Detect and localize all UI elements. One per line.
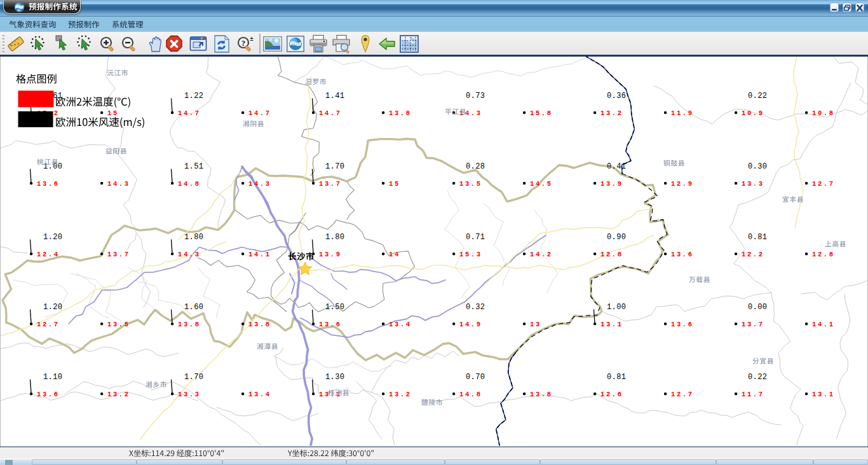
svg-text:0.22: 0.22: [748, 92, 767, 101]
svg-text:12.6: 12.6: [600, 391, 623, 398]
svg-text:13.6: 13.6: [37, 180, 60, 188]
svg-text:14.1: 14.1: [812, 321, 835, 328]
svg-text:14.1: 14.1: [248, 251, 271, 258]
svg-text:13.9: 13.9: [319, 251, 342, 258]
svg-text:15.3: 15.3: [459, 251, 482, 258]
svg-text:?: ?: [241, 38, 246, 48]
svg-text:13.2: 13.2: [389, 391, 412, 398]
svg-text:1.70: 1.70: [325, 162, 344, 171]
svg-text:12.9: 12.9: [671, 180, 694, 188]
svg-text:13.9: 13.9: [600, 180, 623, 188]
svg-text:11.7: 11.7: [742, 391, 764, 398]
svg-text:12.2: 12.2: [742, 251, 764, 258]
svg-text:15: 15: [107, 109, 119, 117]
svg-text:1.30: 1.30: [325, 373, 344, 382]
svg-text:12.7: 12.7: [812, 180, 835, 188]
svg-text:13.1: 13.1: [812, 391, 835, 398]
svg-text:13.2: 13.2: [600, 109, 623, 117]
svg-text:1.20: 1.20: [43, 303, 62, 312]
svg-text:0.70: 0.70: [466, 373, 485, 382]
svg-text:13.6: 13.6: [671, 251, 694, 258]
svg-text:13.4: 13.4: [389, 321, 412, 328]
svg-text:1.00: 1.00: [43, 162, 62, 171]
svg-text:1.22: 1.22: [184, 92, 203, 101]
svg-text:13.6: 13.6: [37, 391, 60, 398]
svg-text:14.8: 14.8: [459, 391, 482, 398]
svg-text:1.20: 1.20: [43, 233, 62, 242]
svg-text:0.73: 0.73: [466, 92, 485, 101]
svg-text:13.6: 13.6: [319, 321, 342, 328]
svg-text:13.6: 13.6: [671, 321, 694, 328]
svg-text:1.00: 1.00: [607, 303, 626, 312]
svg-text:13.4: 13.4: [248, 391, 271, 398]
svg-text:0.28: 0.28: [466, 162, 485, 171]
svg-text:14.7: 14.7: [248, 109, 271, 117]
svg-text:1.80: 1.80: [184, 233, 203, 242]
svg-text:0.81: 0.81: [607, 373, 626, 382]
svg-text:13.8: 13.8: [530, 391, 553, 398]
svg-text:0.71: 0.71: [466, 233, 485, 242]
svg-text:1.51: 1.51: [184, 162, 203, 171]
svg-text:13.8: 13.8: [389, 109, 412, 117]
svg-text:14.3: 14.3: [107, 180, 130, 188]
svg-text:14.5: 14.5: [530, 180, 553, 188]
svg-text:15.8: 15.8: [530, 109, 553, 117]
svg-text:1.60: 1.60: [184, 303, 203, 312]
svg-text:13.7: 13.7: [107, 251, 130, 258]
svg-text:10.8: 10.8: [812, 109, 835, 117]
svg-text:0.90: 0.90: [607, 233, 626, 242]
svg-text:15: 15: [389, 180, 400, 188]
svg-text:13.5: 13.5: [107, 321, 130, 328]
svg-text:10.9: 10.9: [742, 109, 764, 117]
svg-text:1.41: 1.41: [325, 92, 344, 101]
svg-text:0.32: 0.32: [466, 303, 485, 312]
svg-text:12.8: 12.8: [812, 251, 835, 258]
svg-text:13.7: 13.7: [742, 321, 764, 328]
svg-text:14.7: 14.7: [178, 109, 201, 117]
svg-text:12.4: 12.4: [37, 251, 60, 258]
svg-text:12.8: 12.8: [600, 251, 623, 258]
svg-text:13.8: 13.8: [178, 321, 201, 328]
svg-text:12.7: 12.7: [37, 321, 60, 328]
svg-text:14.8: 14.8: [178, 180, 201, 188]
svg-text:13.3: 13.3: [742, 180, 764, 188]
svg-text:0.36: 0.36: [607, 92, 626, 101]
svg-text:14.3: 14.3: [248, 180, 271, 188]
svg-text:1.70: 1.70: [184, 373, 203, 382]
svg-text:±: ±: [250, 36, 254, 42]
svg-text:13.8: 13.8: [248, 321, 271, 328]
svg-text:13.3: 13.3: [178, 391, 201, 398]
svg-text:13.7: 13.7: [319, 180, 342, 188]
svg-text:0.00: 0.00: [748, 303, 767, 312]
svg-text:0.22: 0.22: [748, 373, 767, 382]
svg-text:1.80: 1.80: [325, 233, 344, 242]
svg-text:13.1: 13.1: [600, 321, 623, 328]
svg-text:0.81: 0.81: [748, 233, 767, 242]
svg-text:1.10: 1.10: [43, 373, 62, 382]
svg-text:12.7: 12.7: [671, 391, 694, 398]
svg-text:1.50: 1.50: [325, 303, 344, 312]
svg-text:13.2: 13.2: [107, 391, 130, 398]
svg-text:14.7: 14.7: [319, 109, 342, 117]
svg-text:14: 14: [389, 251, 400, 258]
svg-text:11.9: 11.9: [671, 109, 694, 117]
svg-text:14.3: 14.3: [178, 251, 201, 258]
svg-text:14.2: 14.2: [530, 251, 553, 258]
svg-text:13.5: 13.5: [459, 180, 482, 188]
svg-text:13: 13: [530, 321, 541, 328]
svg-text:14.9: 14.9: [459, 321, 482, 328]
svg-text:0.41: 0.41: [607, 162, 626, 171]
svg-text:0.30: 0.30: [748, 162, 767, 171]
